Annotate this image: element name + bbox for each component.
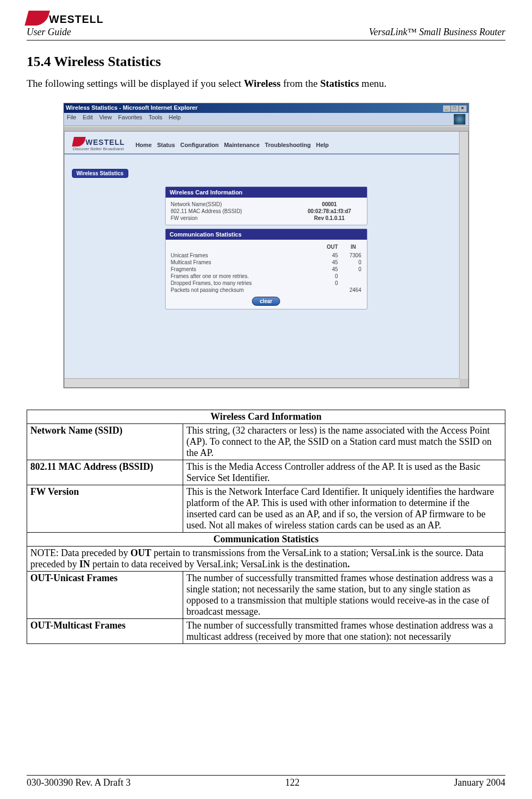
maximize-icon: □ [451, 105, 459, 112]
row-out-multicast-desc: The number of successfully transmitted f… [183, 619, 505, 644]
brand-text: WESTELL [49, 13, 104, 26]
vertical-scrollbar[interactable] [459, 132, 468, 379]
window-controls[interactable]: _□× [443, 104, 466, 112]
app-header: WESTELL Discover Better Broadband Home S… [64, 132, 468, 154]
minimize-icon: _ [443, 105, 451, 112]
nav-configuration: Configuration [181, 142, 219, 148]
clear-button[interactable]: clear [252, 297, 280, 306]
table-note: NOTE: Data preceded by OUT pertain to tr… [27, 547, 505, 572]
section-heading: 15.4 Wireless Statistics [27, 54, 505, 70]
scroll-corner [460, 379, 468, 387]
panel1-title: Wireless Card Information [166, 187, 367, 198]
window-titlebar: Wireless Statistics - Microsoft Internet… [64, 103, 469, 113]
col-out: OUT [326, 244, 338, 250]
nav-status: Status [157, 142, 175, 148]
westell-swoosh-icon [24, 11, 50, 26]
col-in: IN [351, 244, 356, 250]
horizontal-scrollbar[interactable] [64, 378, 460, 387]
table-section1: Wireless Card Information [27, 410, 505, 424]
nav-help: Help [316, 142, 329, 148]
page-footer: 030-300390 Rev. A Draft 3 122 January 20… [27, 775, 505, 788]
menu-tools: Tools [149, 114, 162, 125]
footer-right: January 2004 [454, 777, 505, 788]
nav-troubleshooting: Troubleshooting [265, 142, 310, 148]
description-table: Wireless Card Information Network Name (… [27, 410, 505, 644]
panel-comm-stats: Communication Statistics OUT IN Unicast … [165, 229, 367, 309]
tab-wireless-statistics[interactable]: Wireless Statistics [72, 169, 128, 178]
menu-help: Help [169, 114, 181, 125]
row-fw-label: FW Version [27, 485, 183, 533]
close-icon: × [459, 105, 466, 112]
ie-logo-icon [454, 114, 465, 125]
row-bssid-label: 802.11 MAC Address (BSSID) [27, 460, 183, 485]
app-nav[interactable]: Home Status Configuration Maintenance Tr… [135, 142, 329, 148]
app-brand: WESTELL [86, 138, 125, 146]
row-out-unicast-label: OUT-Unicast Frames [27, 572, 183, 619]
nav-maintenance: Maintenance [224, 142, 260, 148]
panel2-title: Communication Statistics [166, 229, 367, 240]
product-title: VersaLink™ Small Business Router [369, 27, 505, 38]
panel-wireless-card-info: Wireless Card Information Network Name(S… [165, 186, 367, 225]
menu-favorites: Favorites [118, 114, 142, 125]
page-header: WESTELL User Guide VersaLink™ Small Busi… [27, 11, 505, 40]
screenshot-window: Wireless Statistics - Microsoft Internet… [63, 103, 469, 388]
row-out-multicast-label: OUT-Multicast Frames [27, 619, 183, 644]
row-fw-desc: This is the Network Interface Card Ident… [183, 485, 505, 533]
user-guide-label: User Guide [27, 27, 104, 38]
row-ssid-desc: This string, (32 characters or less) is … [183, 424, 505, 460]
footer-left: 030-300390 Rev. A Draft 3 [27, 777, 130, 788]
browser-menubar[interactable]: File Edit View Favorites Tools Help [64, 113, 469, 126]
row-ssid-label: Network Name (SSID) [27, 424, 183, 460]
window-title: Wireless Statistics - Microsoft Internet… [66, 104, 198, 112]
menu-view: View [99, 114, 112, 125]
app-swoosh-icon [72, 137, 86, 146]
row-out-unicast-desc: The number of successfully transmitted f… [183, 572, 505, 619]
row-bssid-desc: This is the Media Access Controller addr… [183, 460, 505, 485]
app-tagline: Discover Better Broadband [73, 146, 125, 151]
table-section2: Communication Statistics [27, 533, 505, 547]
intro-text: The following settings will be displayed… [27, 78, 505, 89]
menu-edit: Edit [83, 114, 93, 125]
browser-content: WESTELL Discover Better Broadband Home S… [64, 131, 469, 388]
menu-file: File [67, 114, 77, 125]
footer-center: 122 [285, 777, 299, 788]
nav-home: Home [135, 142, 152, 148]
